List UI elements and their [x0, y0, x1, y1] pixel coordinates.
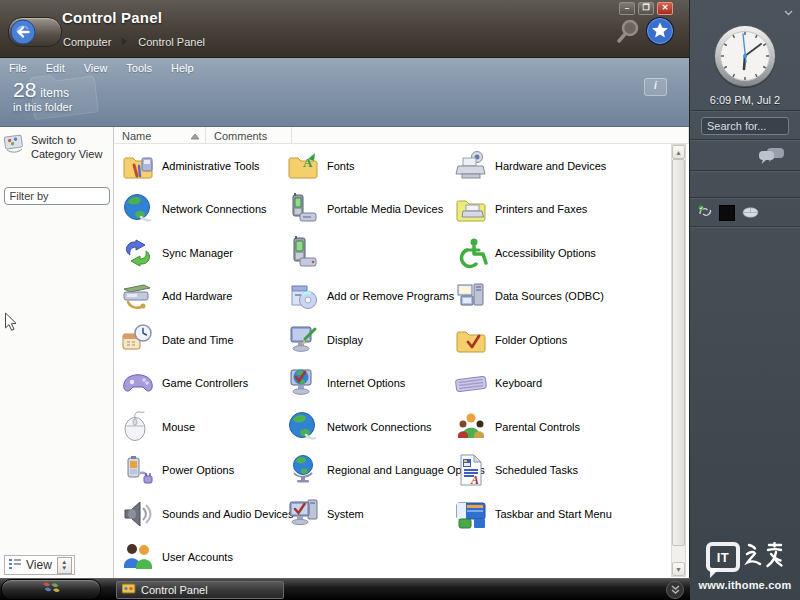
start-button[interactable]	[1, 579, 101, 600]
desktop: – ❐ ✕ Control Panel Computer Control Pan…	[0, 0, 690, 600]
sidebar-chevron-icon[interactable]	[784, 2, 793, 20]
control-panel-item[interactable]: AScheduled Tasks	[454, 449, 668, 493]
switch-to-category-view-link[interactable]: Switch to Category View	[0, 132, 113, 162]
control-panel-item[interactable]: Network Connections	[121, 188, 286, 232]
control-panel-item[interactable]: Add or Remove Programs	[286, 275, 454, 319]
control-panel-item[interactable]: Data Sources (ODBC)	[454, 275, 668, 319]
ithome-cjk-icon	[744, 542, 784, 574]
control-panel-window: – ❐ ✕ Control Panel Computer Control Pan…	[0, 0, 690, 578]
item-label: Data Sources (ODBC)	[495, 290, 604, 302]
view-button-label: View	[26, 558, 52, 572]
scrollbar-thumb[interactable]	[672, 159, 685, 546]
restore-button[interactable]: ❐	[638, 2, 654, 15]
menu-item-view[interactable]: View	[82, 61, 110, 75]
control-panel-item[interactable]: Parental Controls	[454, 405, 668, 449]
column-name-label: Name	[122, 130, 151, 142]
column-header-spacer	[292, 127, 689, 143]
search-icon[interactable]	[615, 18, 641, 49]
sidebar-search-input[interactable]	[701, 117, 789, 135]
double-chevron-down-icon	[671, 581, 680, 599]
control-panel-item[interactable]: Accessibility Options	[454, 231, 668, 275]
filter-input[interactable]	[4, 187, 110, 205]
control-panel-item[interactable]: System	[286, 492, 454, 536]
taskbar-item-control-panel[interactable]: Control Panel	[116, 581, 284, 599]
scheduled-tasks-icon: A	[454, 453, 488, 487]
control-panel-item[interactable]: Regional and Language Options	[286, 449, 454, 493]
data-sources-odbc-icon	[454, 279, 488, 313]
sidebar-search-section	[690, 112, 800, 139]
item-label: Date and Time	[162, 334, 234, 346]
minimize-button[interactable]: –	[619, 2, 635, 15]
menu-item-tools[interactable]: Tools	[124, 61, 154, 75]
control-panel-item[interactable]: User Accounts	[121, 536, 286, 579]
close-button[interactable]: ✕	[657, 2, 673, 15]
control-panel-icon	[122, 583, 136, 596]
fonts-icon: A	[286, 149, 320, 183]
control-panel-item[interactable]: Display	[286, 318, 454, 362]
control-panel-item[interactable]: Date and Time	[121, 318, 286, 362]
view-spinner[interactable]: ▲▼	[57, 557, 72, 574]
add-hardware-icon	[121, 279, 155, 313]
control-panel-item[interactable]: Hardware and Devices	[454, 144, 668, 188]
control-panel-item[interactable]: Add Hardware	[121, 275, 286, 319]
item-label: Folder Options	[495, 334, 567, 346]
power-options-icon	[121, 453, 155, 487]
favorites-star-button[interactable]	[645, 16, 675, 50]
item-label: Mouse	[162, 421, 195, 433]
control-panel-item[interactable]	[286, 231, 454, 275]
taskbar-chevron-button[interactable]	[666, 581, 684, 599]
item-label: Accessibility Options	[495, 247, 596, 259]
clock-gadget	[712, 23, 778, 93]
control-panel-item[interactable]: Sounds and Audio Devices	[121, 492, 286, 536]
control-panel-item[interactable]: Internet Options	[286, 362, 454, 406]
control-panel-item[interactable]: Taskbar and Start Menu	[454, 492, 668, 536]
control-panel-item[interactable]: Sync Manager	[121, 231, 286, 275]
vertical-scrollbar[interactable]: ▲ ▼	[671, 144, 686, 577]
info-button[interactable]: i	[644, 78, 667, 96]
device-icon[interactable]	[742, 204, 759, 222]
control-panel-item[interactable]: Network Connections	[286, 405, 454, 449]
back-button[interactable]	[8, 17, 62, 47]
menu-item-file[interactable]: File	[7, 61, 29, 75]
ithome-logo-bubble: IT	[706, 542, 740, 572]
column-header-name[interactable]: Name	[114, 127, 206, 143]
column-header-comments[interactable]: Comments	[206, 127, 292, 143]
item-label: Printers and Faxes	[495, 203, 587, 215]
sync-status-icon[interactable]	[698, 204, 712, 222]
item-label: Network Connections	[327, 421, 432, 433]
control-panel-item[interactable]: AFonts	[286, 144, 454, 188]
menu-item-edit[interactable]: Edit	[44, 61, 67, 75]
menu-bar: FileEditViewToolsHelp	[0, 58, 689, 75]
breadcrumb: Computer Control Panel	[63, 36, 205, 48]
control-panel-item[interactable]: Folder Options	[454, 318, 668, 362]
item-label: Add or Remove Programs	[327, 290, 454, 302]
chat-bubbles-icon[interactable]	[758, 147, 786, 170]
control-panel-item[interactable]: Administrative Tools	[121, 144, 286, 188]
windows-flag-icon	[41, 580, 61, 599]
view-button[interactable]: View ▲▼	[4, 555, 75, 575]
items-count-word: items	[40, 86, 69, 100]
hardware-devices-icon	[454, 149, 488, 183]
menu-item-help[interactable]: Help	[169, 61, 196, 75]
items-grid: Administrative ToolsAFontsHardware and D…	[114, 144, 668, 578]
gadget-sidebar: 6:09 PM, Jul 2 IT www.ithome.com	[690, 0, 800, 600]
item-label: Portable Media Devices	[327, 203, 443, 215]
item-label: Display	[327, 334, 363, 346]
user-accounts-icon	[121, 540, 155, 574]
control-panel-item[interactable]: Game Controllers	[121, 362, 286, 406]
ithome-url: www.ithome.com	[699, 579, 792, 591]
date-time-icon	[121, 323, 155, 357]
sidebar-messenger-section	[690, 141, 800, 170]
control-panel-item[interactable]: Printers and Faxes	[454, 188, 668, 232]
scroll-up-button[interactable]: ▲	[672, 145, 685, 159]
items-count: 28items in this folder	[13, 79, 72, 113]
control-panel-item[interactable]: Portable Media Devices	[286, 188, 454, 232]
breadcrumb-control-panel[interactable]: Control Panel	[138, 36, 205, 48]
control-panel-item[interactable]: Keyboard	[454, 362, 668, 406]
control-panel-item[interactable]: Mouse	[121, 405, 286, 449]
parental-controls-icon	[454, 410, 488, 444]
breadcrumb-computer[interactable]: Computer	[63, 36, 111, 48]
scroll-down-button[interactable]: ▼	[672, 562, 685, 576]
control-panel-item[interactable]: Power Options	[121, 449, 286, 493]
black-square-thumbnail[interactable]	[719, 205, 735, 221]
